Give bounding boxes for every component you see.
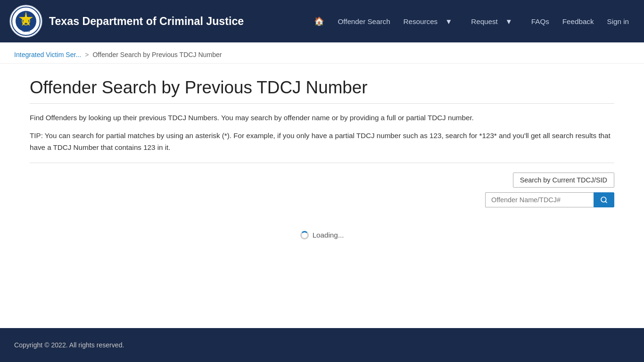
- svg-line-7: [605, 201, 607, 203]
- page-title: Offender Search by Previous TDCJ Number: [30, 78, 614, 104]
- resources-link[interactable]: Resources ▼: [398, 10, 464, 33]
- nav-faqs[interactable]: FAQs: [526, 14, 555, 29]
- loading-spinner: [300, 231, 309, 239]
- search-button[interactable]: [594, 192, 614, 207]
- nav-feedback[interactable]: Feedback: [557, 14, 600, 29]
- copyright-text: Copyright © 2022. All rights reserved.: [14, 341, 124, 349]
- home-link[interactable]: 🏠: [308, 13, 330, 30]
- breadcrumb-separator: >: [85, 51, 89, 58]
- brand-link[interactable]: TEXAS Texas Department of Criminal Justi…: [9, 5, 244, 38]
- nav-resources[interactable]: Resources ▼: [398, 10, 464, 33]
- navbar: TEXAS Texas Department of Criminal Justi…: [0, 0, 644, 42]
- description-text: Find Offenders by looking up their previ…: [30, 112, 614, 123]
- breadcrumb-current: Offender Search by Previous TDCJ Number: [92, 51, 222, 58]
- nav-list: 🏠 Offender Search Resources ▼ Request ▼ …: [308, 10, 635, 33]
- sign-in-link[interactable]: Sign in: [602, 14, 635, 29]
- request-dropdown-arrow: ▼: [500, 14, 518, 29]
- loading-area: Loading...: [30, 222, 614, 249]
- app-title: Texas Department of Criminal Justice: [49, 15, 244, 28]
- main-content: Offender Search by Previous TDCJ Number …: [16, 64, 628, 328]
- request-link[interactable]: Request ▼: [465, 10, 524, 33]
- search-current-btn[interactable]: Search by Current TDCJ/SID: [513, 173, 614, 188]
- breadcrumb: Integrated Victim Ser... > Offender Sear…: [14, 51, 630, 58]
- search-input-row: [485, 192, 614, 207]
- tdcj-logo: TEXAS: [9, 5, 42, 38]
- tip-text: TIP: You can search for partial matches …: [30, 130, 614, 153]
- svg-text:TEXAS: TEXAS: [22, 30, 30, 33]
- nav-home[interactable]: 🏠: [308, 13, 330, 30]
- footer: Copyright © 2022. All rights reserved.: [0, 328, 644, 362]
- nav-offender-search[interactable]: Offender Search: [332, 14, 396, 29]
- search-icon: [600, 196, 608, 204]
- feedback-link[interactable]: Feedback: [557, 14, 600, 29]
- nav-request[interactable]: Request ▼: [465, 10, 524, 33]
- breadcrumb-bar: Integrated Victim Ser... > Offender Sear…: [0, 42, 644, 64]
- breadcrumb-parent-link[interactable]: Integrated Victim Ser...: [14, 51, 81, 58]
- nav-sign-in[interactable]: Sign in: [602, 14, 635, 29]
- resources-dropdown-arrow: ▼: [439, 14, 458, 29]
- search-input[interactable]: [485, 192, 594, 207]
- offender-search-link[interactable]: Offender Search: [332, 14, 396, 29]
- search-area: Search by Current TDCJ/SID: [30, 163, 614, 207]
- faqs-link[interactable]: FAQs: [526, 14, 555, 29]
- loading-text: Loading...: [313, 231, 344, 239]
